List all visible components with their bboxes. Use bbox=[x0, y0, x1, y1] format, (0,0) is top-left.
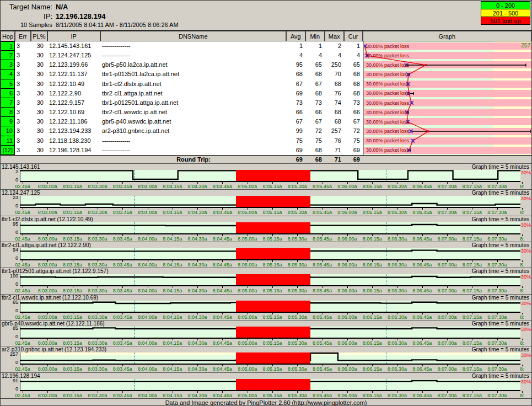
strip-host-label[interactable]: 12.124.247.125Graph time = 5 minutes bbox=[1, 190, 531, 196]
cell-ip: 12.123.199.66 bbox=[47, 60, 100, 70]
packet-loss-label: 30.00% packet loss bbox=[366, 72, 409, 77]
packet-loss-label: 30.00% packet loss bbox=[366, 44, 409, 49]
strip-host-label[interactable]: tbr2-cl1.wswdc.ip.att.net (12.122.10.69)… bbox=[1, 295, 531, 301]
time-label: 8:03.30a bbox=[83, 366, 112, 372]
time-label: 8:04.45a bbox=[208, 262, 237, 268]
column-header-err[interactable]: Err bbox=[15, 31, 31, 41]
plot-area bbox=[20, 379, 520, 391]
cell-ip: 12.122.2.90 bbox=[47, 89, 100, 98]
cell-avg: 67 bbox=[287, 79, 306, 89]
packet-loss-label: 30.00% packet loss bbox=[366, 101, 409, 106]
column-header-hop[interactable]: Hop bbox=[1, 31, 15, 41]
target-name-label: Target Name: bbox=[1, 2, 56, 12]
cell-dnsname: -------------- bbox=[100, 146, 287, 155]
time-label: 8:05.45a bbox=[308, 340, 337, 346]
packet-loss-block bbox=[236, 352, 310, 364]
time-label: 8:06.45a bbox=[408, 262, 437, 268]
plot-area bbox=[20, 327, 520, 339]
time-label: 8:03.30a bbox=[83, 210, 112, 215]
time-label: 8:07.15a bbox=[458, 393, 486, 398]
graph-strip: ar2-p310.gnbnc.ip.att.net (12.123.194.23… bbox=[1, 346, 531, 372]
packet-loss-label: 30.00% packet loss bbox=[366, 120, 409, 125]
time-label: 8:05.00a bbox=[233, 262, 262, 268]
time-label: 8:03.15a bbox=[58, 236, 87, 242]
cell-max: 68 bbox=[325, 108, 345, 117]
cell-dnsname: gbr5-p40.wswdc.ip.att.net bbox=[100, 117, 287, 126]
cell-pl: 30 bbox=[31, 41, 47, 51]
hop-badge: [12] bbox=[1, 146, 15, 155]
strip-host-label[interactable]: tbr2-cl1.attga.ip.att.net (12.122.2.90)G… bbox=[1, 242, 531, 248]
time-label: 8:04.00a bbox=[133, 366, 162, 372]
cell-pl: 30 bbox=[31, 79, 47, 89]
time-label: 8:03.30a bbox=[83, 262, 112, 268]
cell-max: 74 bbox=[325, 98, 345, 108]
column-header-cur[interactable]: Cur bbox=[344, 31, 363, 41]
time-label: 8:07.15a bbox=[458, 262, 486, 268]
time-label: 8:05.30a bbox=[283, 340, 311, 346]
time-label: 8:06.00a bbox=[333, 236, 362, 242]
time-label: 8:05.30a bbox=[283, 393, 311, 398]
strip-host-label[interactable]: tbr1-p012501.attga.ip.att.net (12.122.9.… bbox=[1, 268, 531, 274]
plot-area bbox=[20, 196, 520, 208]
column-header-avg[interactable]: Avg bbox=[286, 31, 305, 41]
time-label: 8:04.15a bbox=[158, 393, 187, 398]
cell-max: 2 bbox=[325, 41, 345, 51]
time-label: 8:06.00a bbox=[333, 314, 362, 320]
time-axis: 02.45a8:03.00a8:03.15a8:03.30a8:03.45a8:… bbox=[1, 313, 531, 320]
column-header-pl[interactable]: PL% bbox=[31, 31, 47, 41]
cell-avg: 69 bbox=[287, 146, 306, 155]
time-label: 8:07.00a bbox=[433, 184, 461, 189]
time-label: 8:04.45a bbox=[208, 288, 237, 293]
cell-dnsname: tbr2-cl1.wswdc.ip.att.net bbox=[100, 108, 287, 117]
cell-ip: 12.196.128.194 bbox=[47, 146, 100, 155]
time-label: 8:04.15a bbox=[158, 340, 187, 346]
strip-host-label[interactable]: ar2-p310.gnbnc.ip.att.net (12.123.194.23… bbox=[1, 346, 531, 352]
cell-pl: 30 bbox=[31, 108, 47, 117]
packet-loss-block bbox=[236, 196, 310, 207]
column-header-max[interactable]: Max bbox=[325, 31, 344, 41]
hop-badge: 2 bbox=[1, 51, 15, 60]
time-label: 8:04.00a bbox=[133, 210, 162, 215]
cell-max: 76 bbox=[325, 89, 345, 98]
cell-dnsname: gbr5-p50.la2ca.ip.att.net bbox=[100, 60, 287, 70]
cell-err: 3 bbox=[15, 146, 31, 155]
time-label: 8:05.15a bbox=[258, 314, 287, 320]
time-label: 8:06.00a bbox=[333, 366, 362, 372]
footer: Data and Image generated by PingPlotter … bbox=[1, 398, 531, 406]
column-header-ip[interactable]: IP bbox=[47, 31, 100, 41]
time-label: 8:05.15a bbox=[258, 236, 287, 242]
cell-avg: 68 bbox=[287, 70, 306, 79]
cell-cur: 69 bbox=[345, 146, 363, 155]
time-label: 8:06.30a bbox=[383, 340, 412, 346]
column-header-min[interactable]: Min bbox=[305, 31, 325, 41]
time-label: 8:07.00a bbox=[433, 393, 461, 398]
strip-host-label[interactable]: 12.196.128.194Graph time = 5 minutes bbox=[1, 373, 531, 379]
time-label: 8:05.00a bbox=[233, 366, 262, 372]
round-trip-value: 69 bbox=[345, 156, 363, 163]
time-label: 8:03.00a bbox=[33, 366, 62, 372]
strip-host-label[interactable]: tbr1-cl2.dlstx.ip.att.net (12.122.10.49)… bbox=[1, 216, 531, 222]
time-label: 8:05.15a bbox=[258, 184, 287, 189]
strip-host-label[interactable]: gbr5-p40.wswdc.ip.att.net (12.122.11.186… bbox=[1, 320, 531, 327]
hop-badge: 3 bbox=[1, 60, 15, 70]
time-label: 02.45a bbox=[8, 314, 37, 320]
time-label: 8:03.15a bbox=[58, 210, 87, 215]
time-label: 8:07.15a bbox=[458, 314, 486, 320]
time-label: 8:06.15a bbox=[358, 366, 386, 372]
y-max-label: 91 bbox=[1, 378, 18, 383]
column-header-graph[interactable]: Graph bbox=[363, 31, 531, 41]
time-label: 8:06.30a bbox=[383, 236, 412, 242]
time-label: 02.45a bbox=[8, 262, 37, 268]
cell-avg: 66 bbox=[287, 108, 306, 117]
time-label: 8:06.30a bbox=[383, 393, 412, 398]
time-label: 8:06.15a bbox=[358, 262, 386, 268]
packet-loss-block bbox=[236, 248, 310, 259]
time-label: 8:05.30a bbox=[283, 366, 311, 372]
strip-host-label[interactable]: 12.145.143.161Graph time = 5 minutes bbox=[1, 164, 531, 170]
cell-ip: 12.123.194.233 bbox=[47, 126, 100, 136]
time-label: 8:04.00a bbox=[133, 314, 162, 320]
time-label: 02.45a bbox=[8, 366, 37, 372]
cell-min: 66 bbox=[306, 108, 325, 117]
time-label: 8:03.45a bbox=[108, 314, 137, 320]
column-header-dnsname[interactable]: DNSName bbox=[100, 31, 286, 41]
